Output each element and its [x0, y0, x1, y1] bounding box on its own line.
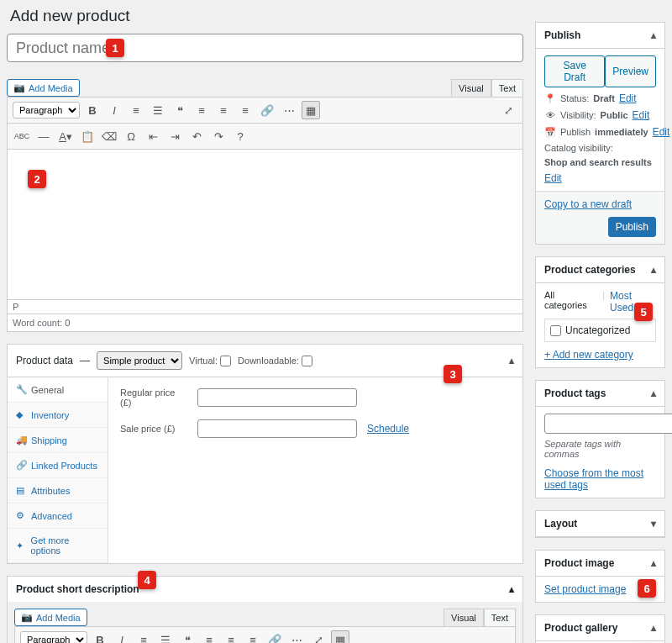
add-media-label: Add Media — [29, 83, 73, 93]
preview-button[interactable]: Preview — [605, 55, 656, 87]
pdata-tab-inventory[interactable]: ◆Inventory — [8, 403, 108, 428]
edit-catalog-link[interactable]: Edit — [544, 172, 562, 184]
regular-price-input[interactable] — [197, 388, 357, 407]
content-editor[interactable]: 2 — [7, 149, 523, 300]
italic-icon[interactable]: I — [105, 101, 123, 119]
tab-text-short[interactable]: Text — [484, 609, 516, 626]
collapse-icon[interactable]: ▴ — [651, 622, 656, 634]
collapse-icon[interactable]: ▴ — [651, 387, 656, 399]
collapse-icon[interactable]: ▴ — [651, 557, 656, 569]
help-icon[interactable]: ? — [231, 127, 249, 145]
paste-icon[interactable]: 📋 — [78, 127, 97, 145]
align-left-icon[interactable]: ≡ — [192, 101, 211, 119]
collapse-icon[interactable]: ▴ — [651, 264, 656, 276]
tab-visual-short[interactable]: Visual — [444, 609, 484, 626]
tags-header[interactable]: Product tags▴ — [536, 381, 664, 407]
calendar-icon: 📅 — [544, 127, 556, 138]
link-icon[interactable]: 🔗 — [265, 630, 284, 643]
clear-format-icon[interactable]: ⌫ — [100, 127, 118, 145]
align-center-icon[interactable]: ≡ — [214, 101, 233, 119]
expand-icon[interactable]: ▾ — [651, 518, 656, 530]
outdent-icon[interactable]: ⇤ — [144, 127, 162, 145]
add-media-button-short[interactable]: 📷 Add Media — [14, 609, 87, 626]
redo-icon[interactable]: ↷ — [209, 127, 228, 145]
collapse-icon[interactable]: ▴ — [509, 355, 514, 366]
truck-icon: 🚚 — [16, 435, 26, 445]
bullet-list-icon[interactable]: ≡ — [134, 630, 153, 643]
regular-price-label: Regular price (£) — [120, 387, 187, 408]
more-icon[interactable]: ⋯ — [287, 630, 306, 643]
pdata-tab-shipping[interactable]: 🚚Shipping — [8, 428, 108, 453]
product-data-header[interactable]: Product data — Simple product Virtual: D… — [8, 345, 522, 377]
strike-icon[interactable]: ABC — [13, 127, 31, 145]
copy-draft-link[interactable]: Copy to a new draft — [544, 198, 632, 210]
tag-input[interactable] — [544, 414, 672, 434]
gear-icon: ⚙ — [16, 510, 26, 521]
more-icon[interactable]: ⋯ — [280, 101, 298, 119]
set-product-image-link[interactable]: Set product image — [544, 583, 626, 595]
format-select-short[interactable]: Paragraph — [20, 631, 87, 643]
bold-icon[interactable]: B — [91, 630, 109, 643]
align-right-icon[interactable]: ≡ — [236, 101, 255, 119]
list-icon: ▤ — [16, 485, 26, 496]
bold-icon[interactable]: B — [83, 101, 102, 119]
category-uncategorized[interactable]: Uncategorized — [550, 324, 650, 336]
publish-button[interactable]: Publish — [608, 217, 656, 237]
editor-path: P — [7, 300, 523, 314]
number-list-icon[interactable]: ☰ — [156, 630, 175, 643]
choose-tags-link[interactable]: Choose from the most used tags — [544, 467, 643, 491]
quote-icon[interactable]: ❝ — [171, 101, 189, 119]
fullscreen-icon[interactable]: ⤢ — [499, 101, 517, 119]
save-draft-button[interactable]: Save Draft — [544, 55, 605, 87]
inventory-icon: ◆ — [16, 409, 26, 420]
pdata-tab-advanced[interactable]: ⚙Advanced — [8, 503, 108, 529]
virtual-checkbox[interactable]: Virtual: — [189, 356, 231, 366]
collapse-icon[interactable]: ▴ — [509, 583, 514, 595]
align-left-icon[interactable]: ≡ — [200, 630, 218, 643]
short-desc-header[interactable]: Product short description ▴ — [7, 576, 523, 602]
link-icon[interactable]: 🔗 — [258, 101, 276, 119]
schedule-link[interactable]: Schedule — [367, 423, 409, 435]
categories-header[interactable]: Product categories▴ — [536, 257, 664, 283]
pdata-tab-linked[interactable]: 🔗Linked Products — [8, 453, 108, 478]
pdata-tab-more[interactable]: ✦Get more options — [8, 529, 108, 563]
italic-icon[interactable]: I — [113, 630, 131, 643]
cat-tab-most-used[interactable]: Most Used — [610, 290, 656, 314]
toggle-toolbar-icon[interactable]: ▦ — [331, 630, 349, 643]
fullscreen-icon[interactable]: ⤢ — [309, 630, 328, 643]
downloadable-checkbox[interactable]: Downloadable: — [238, 356, 312, 366]
hr-icon[interactable]: — — [34, 127, 53, 145]
add-new-category-link[interactable]: + Add new category — [544, 349, 633, 361]
media-icon: 📷 — [13, 82, 25, 93]
collapse-icon[interactable]: ▴ — [651, 29, 656, 41]
indent-icon[interactable]: ⇥ — [165, 127, 184, 145]
editor-toolbar-row2: ABC — A▾ 📋 ⌫ Ω ⇤ ⇥ ↶ ↷ ? — [7, 123, 523, 149]
number-list-icon[interactable]: ☰ — [149, 101, 167, 119]
product-type-select[interactable]: Simple product — [97, 351, 182, 370]
align-center-icon[interactable]: ≡ — [222, 630, 240, 643]
gallery-header[interactable]: Product gallery▴ — [536, 615, 664, 641]
pdata-tab-attributes[interactable]: ▤Attributes — [8, 478, 108, 503]
add-media-button[interactable]: 📷 Add Media — [7, 79, 80, 97]
edit-date-link[interactable]: Edit — [653, 126, 670, 138]
undo-icon[interactable]: ↶ — [187, 127, 206, 145]
quote-icon[interactable]: ❝ — [178, 630, 197, 643]
toggle-toolbar-icon[interactable]: ▦ — [302, 101, 320, 119]
textcolor-icon[interactable]: A▾ — [56, 127, 75, 145]
tab-visual[interactable]: Visual — [451, 79, 491, 97]
edit-status-link[interactable]: Edit — [619, 92, 637, 104]
format-select[interactable]: Paragraph — [13, 102, 80, 119]
pdata-tab-general[interactable]: 🔧General — [8, 377, 108, 403]
layout-header[interactable]: Layout▾ — [536, 511, 664, 537]
special-char-icon[interactable]: Ω — [122, 127, 140, 145]
sale-price-input[interactable] — [197, 419, 357, 438]
product-image-header[interactable]: Product image▴ — [536, 551, 664, 577]
publish-header[interactable]: Publish▴ — [536, 23, 664, 49]
tab-text[interactable]: Text — [491, 79, 523, 97]
cat-tab-all[interactable]: All categories — [544, 290, 597, 314]
bullet-list-icon[interactable]: ≡ — [127, 101, 145, 119]
sale-price-label: Sale price (£) — [120, 424, 187, 434]
edit-visibility-link[interactable]: Edit — [633, 109, 650, 121]
product-name-input[interactable] — [7, 34, 523, 62]
align-right-icon[interactable]: ≡ — [244, 630, 262, 643]
